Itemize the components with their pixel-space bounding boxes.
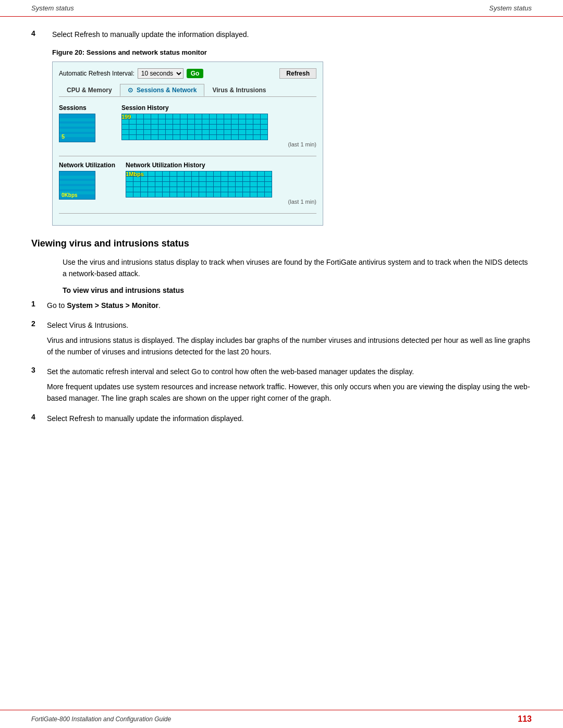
refresh-interval-label: Automatic Refresh Interval:: [59, 70, 134, 77]
network-history-last-label: (last 1 min): [126, 199, 316, 205]
page-footer: FortiGate-800 Installation and Configura…: [0, 710, 563, 728]
step-number-4-top: 4: [31, 29, 52, 38]
step-content-3: Set the automatic refresh interval and s…: [47, 366, 532, 407]
page-header: System status System status: [0, 0, 563, 17]
section-heading: Viewing virus and intrusions status: [31, 238, 532, 249]
footer-page: 113: [518, 714, 532, 724]
network-history-value: 1Mbps: [126, 171, 144, 177]
network-value: 0Kbps: [62, 192, 78, 198]
session-history-label: Session History: [121, 104, 316, 112]
session-history-value: 199: [121, 114, 131, 120]
refresh-button[interactable]: Refresh: [279, 68, 316, 79]
network-label: Network Utilization: [59, 162, 115, 169]
sessions-label: Sessions: [59, 104, 111, 112]
network-bar: 0Kbps: [59, 171, 95, 200]
header-right: System status: [489, 4, 532, 12]
step-1: 1 Go to System > Status > Monitor.: [31, 300, 532, 314]
step-1-bold: System > Status > Monitor: [67, 301, 158, 310]
refresh-interval-select[interactable]: 10 seconds: [138, 68, 183, 79]
network-grid: [126, 171, 272, 198]
session-history-last-label: (last 1 min): [121, 141, 316, 147]
sessions-row: Sessions 5 Session History 199: [59, 104, 316, 147]
divider-1: [59, 156, 316, 156]
sessions-value: 5: [62, 133, 65, 140]
session-grid: [121, 114, 268, 140]
step-2: 2 Select Virus & Intrusions. Virus and i…: [31, 319, 532, 361]
step-content-2: Select Virus & Intrusions. Virus and int…: [47, 319, 532, 361]
session-history-panel: Session History 199 (last 1 min): [121, 104, 316, 147]
sessions-panel: Sessions 5: [59, 104, 111, 147]
footer-title: FortiGate-800 Installation and Configura…: [31, 715, 171, 723]
step-num-3: 3: [31, 366, 47, 407]
sessions-network-icon: ⊙: [128, 87, 133, 94]
intro-block: Use the virus and intrusions status disp…: [63, 256, 532, 294]
step-3-text: Set the automatic refresh interval and s…: [47, 366, 532, 377]
step-2-text: Select Virus & Intrusions.: [47, 319, 532, 331]
step-2-detail: Virus and intrusions status is displayed…: [47, 335, 532, 358]
monitor-screenshot: Automatic Refresh Interval: 10 seconds G…: [52, 61, 323, 226]
monitor-toolbar: Automatic Refresh Interval: 10 seconds G…: [59, 68, 316, 79]
sessions-bar: 5: [59, 114, 95, 142]
step-3-detail: More frequent updates use system resourc…: [47, 381, 532, 404]
header-left: System status: [31, 4, 74, 12]
step-content-4-bottom: Select Refresh to manually update the in…: [47, 413, 532, 427]
intro-text: Use the virus and intrusions status disp…: [63, 256, 532, 280]
tab-sessions-network[interactable]: ⊙ Sessions & Network: [120, 84, 205, 96]
main-content: 4 Select Refresh to manually update the …: [0, 17, 563, 464]
network-row: Network Utilization 0Kbps Network Utiliz…: [59, 162, 316, 205]
monitor-tabs: CPU & Memory ⊙ Sessions & Network Virus …: [59, 84, 316, 97]
network-history-label: Network Utilization History: [126, 162, 316, 169]
divider-2: [59, 213, 316, 214]
network-panel: Network Utilization 0Kbps: [59, 162, 115, 205]
step-num-4-bottom: 4: [31, 413, 47, 427]
network-history-panel: Network Utilization History 1Mbps (last …: [126, 162, 316, 205]
step-4-bottom: 4 Select Refresh to manually update the …: [31, 413, 532, 427]
tab-virus-intrusions-label: Virus & Intrusions: [212, 87, 266, 94]
go-button[interactable]: Go: [187, 69, 204, 78]
step-num-1: 1: [31, 300, 47, 314]
network-history-chart: 1Mbps (last 1 min): [126, 171, 316, 205]
sub-heading: To view virus and intrusions status: [63, 286, 532, 294]
step-content-1: Go to System > Status > Monitor.: [47, 300, 532, 314]
tab-sessions-network-label: Sessions & Network: [137, 87, 197, 94]
figure-caption: Figure 20: Sessions and network status m…: [52, 48, 532, 56]
step-num-2: 2: [31, 319, 47, 361]
tab-cpu-memory[interactable]: CPU & Memory: [59, 84, 120, 96]
session-history-chart: 199 (last 1 min): [121, 114, 316, 147]
step-3: 3 Set the automatic refresh interval and…: [31, 366, 532, 407]
tab-virus-intrusions[interactable]: Virus & Intrusions: [204, 84, 274, 96]
step-text-4-top: Select Refresh to manually update the in…: [52, 29, 532, 40]
step-4-top: 4 Select Refresh to manually update the …: [31, 29, 532, 40]
step-1-text: Go to System > Status > Monitor.: [47, 300, 532, 311]
tab-cpu-memory-label: CPU & Memory: [67, 87, 112, 94]
step-4-bottom-text: Select Refresh to manually update the in…: [47, 413, 532, 424]
